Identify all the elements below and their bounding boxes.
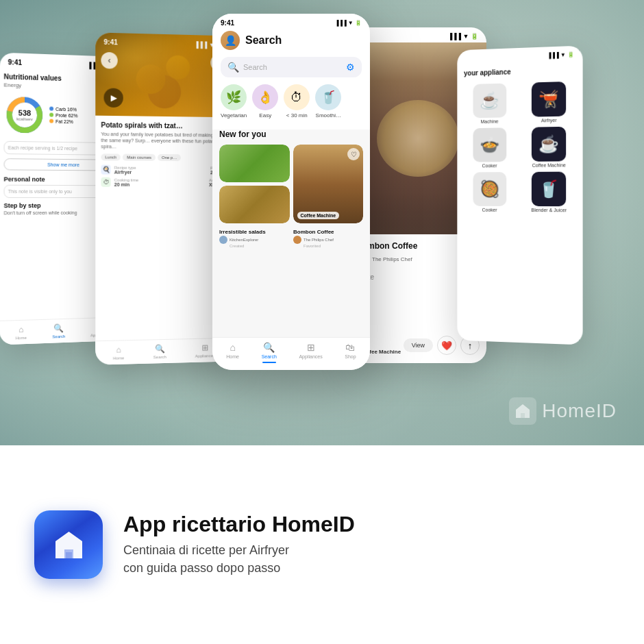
user-avatar: 👤 bbox=[221, 31, 240, 50]
calorie-value: 538 bbox=[16, 109, 33, 117]
smoothie-label: Smoothi… bbox=[316, 112, 341, 119]
recipe-tags: Lunch Main courses One p… bbox=[101, 154, 226, 162]
coffee-favorited: Favorited bbox=[304, 244, 363, 248]
appliance-item-machine[interactable]: ☕ Machine bbox=[462, 83, 517, 124]
vegetarian-icon: 🌿 bbox=[221, 84, 247, 110]
phones-showcase: 9:41 ▐▐▐▼🔋 Nutritional values Energy 538 bbox=[0, 0, 644, 445]
meta-cooking: ⏱ Cooking time 20 min Acces… XL do… bbox=[101, 177, 226, 187]
carb-dot bbox=[49, 107, 53, 111]
homeid-logo-watermark: HomeID bbox=[509, 397, 617, 425]
recipe-type-label: Recipe type bbox=[114, 165, 136, 169]
heart-coffee[interactable]: ♡ bbox=[347, 148, 360, 160]
salad-name: Irresistible salads bbox=[219, 229, 289, 235]
snav-shop-icon: 🛍 bbox=[345, 342, 355, 353]
search-icon-second: 🔍 bbox=[155, 344, 165, 354]
legend-protein: Prote 62% bbox=[49, 112, 77, 118]
home-icon: ⌂ bbox=[18, 325, 23, 334]
easy-icon: 👌 bbox=[252, 84, 278, 110]
tag-lunch: Lunch bbox=[101, 154, 121, 161]
appliance-item-airfryer[interactable]: 🫕 Airfryer bbox=[521, 82, 577, 123]
recipe-description: You and your family love potatoes but ti… bbox=[101, 131, 226, 151]
recipe-info-row: Irresistible salads KitchenExplorer Crea… bbox=[219, 229, 363, 248]
coffee-status: ▐▐▐ ▼ 🔋 bbox=[349, 27, 486, 42]
coffee-machine-name: Coffee Machine bbox=[532, 162, 566, 167]
status-time-center: 9:41 bbox=[221, 19, 234, 27]
recipe-title: Potato spirals with tzat… bbox=[101, 121, 226, 130]
search-bar[interactable]: 🔍 Search ⚙ bbox=[221, 57, 362, 77]
snav-shop[interactable]: 🛍 Shop bbox=[345, 342, 356, 363]
app-description: Centinaia di ricette per Airfryer con gu… bbox=[123, 542, 610, 576]
new-for-you-title: New for you bbox=[219, 129, 363, 139]
status-icons-center: ▐▐▐ ▼ 🔋 bbox=[335, 20, 362, 26]
right-recipe-col: Coffee Machine ♡ bbox=[293, 145, 364, 223]
pill-vegetarian[interactable]: 🌿 Vegetarian bbox=[221, 84, 247, 119]
pill-smoothie[interactable]: 🥤 Smoothi… bbox=[315, 84, 341, 119]
recipe-content: Potato spirals with tzat… You and your f… bbox=[95, 116, 232, 193]
recipe-type-icon: 🍳 bbox=[101, 165, 110, 175]
nav-search-second[interactable]: 🔍 Search bbox=[153, 344, 166, 359]
coffee-thumb[interactable]: Coffee Machine ♡ bbox=[293, 145, 364, 223]
cooking-label: Cooking time bbox=[114, 178, 138, 182]
salad-image-1 bbox=[219, 145, 290, 182]
coffee-author: The Philips Chef bbox=[293, 236, 363, 244]
home-icon-second: ⌂ bbox=[116, 345, 121, 354]
search-page-title: Search bbox=[245, 34, 282, 47]
back-button[interactable]: ‹ bbox=[101, 52, 117, 69]
snav-home-icon: ⌂ bbox=[230, 342, 235, 353]
homeid-svg-icon bbox=[513, 401, 532, 421]
status-time-second: 9:41 bbox=[103, 38, 117, 47]
salad-thumb-1[interactable] bbox=[219, 145, 290, 182]
tag-one: One p… bbox=[158, 154, 181, 161]
description-line1: Centinaia di ricette per Airfryer bbox=[123, 543, 289, 557]
coffee-info: Bombon Coffee The Philips Chef Favorited bbox=[293, 229, 363, 248]
appliance-item-coffee[interactable]: ☕ Coffee Machine bbox=[521, 127, 577, 168]
status-time-left: 9:41 bbox=[8, 58, 22, 66]
pill-30min[interactable]: ⏱ < 30 min bbox=[284, 84, 310, 119]
snav-appliances[interactable]: ⊞ Appliances bbox=[299, 342, 322, 363]
snav-search[interactable]: 🔍 Search bbox=[262, 342, 277, 363]
salad-thumb-2[interactable] bbox=[219, 186, 290, 223]
app-title: App ricettario HomeID bbox=[123, 512, 610, 536]
filter-icon[interactable]: ⚙ bbox=[346, 62, 355, 73]
app-icon-svg bbox=[50, 526, 88, 564]
pill-easy[interactable]: 👌 Easy bbox=[252, 84, 278, 119]
second-screen-nav: ⌂ Home 🔍 Search ⊞ Appliances bbox=[95, 338, 232, 365]
latte-art bbox=[377, 100, 459, 177]
recipe-type-value: Airfryer bbox=[114, 169, 136, 174]
homeid-icon-watermark bbox=[509, 397, 536, 425]
appliance-grid: ☕ Machine 🫕 Airfryer 🍲 Cooker ☕ Coffee M… bbox=[457, 81, 582, 218]
cooking-value: 20 min bbox=[114, 182, 138, 187]
search-placeholder: Search bbox=[243, 63, 342, 71]
app-icon-inner bbox=[50, 526, 88, 564]
view-button[interactable]: View bbox=[404, 338, 433, 352]
appliances-title: your appliance bbox=[464, 66, 575, 77]
nav-home-second[interactable]: ⌂ Home bbox=[113, 345, 124, 360]
appliance-item-blender[interactable]: 🥤 Blender & Juicer bbox=[521, 171, 577, 212]
smoothie-icon: 🥤 bbox=[315, 84, 341, 110]
homeid-text-watermark: HomeID bbox=[542, 400, 617, 422]
appliances-icon-second: ⊞ bbox=[201, 343, 208, 353]
category-pills: 🌿 Vegetarian 👌 Easy ⏱ < 30 min 🥤 Smoothi… bbox=[221, 84, 362, 119]
recipe-meta: 🍳 Recipe type Airfryer Preparati 20 min … bbox=[101, 165, 226, 188]
appliance-item-cooker[interactable]: 🍲 Cooker bbox=[462, 127, 517, 169]
appliance-item-cooker2[interactable]: 🥘 Cooker bbox=[462, 172, 517, 212]
legend-fat: Fat 22% bbox=[49, 119, 77, 124]
search-icon-center: 🔍 bbox=[227, 62, 239, 73]
cooking-icon: ⏱ bbox=[101, 177, 110, 187]
snav-home[interactable]: ⌂ Home bbox=[226, 342, 239, 363]
coffee-author-name: The Philips Chef bbox=[372, 256, 412, 262]
salad-created: Created bbox=[230, 244, 289, 248]
coffee-label-center: Coffee Machine bbox=[297, 212, 340, 219]
play-button[interactable]: ▶ bbox=[103, 88, 123, 108]
app-icon bbox=[34, 510, 103, 579]
nav-search-left[interactable]: 🔍 Search bbox=[52, 323, 65, 339]
blender-image: 🥤 bbox=[532, 172, 566, 207]
machine-name: Machine bbox=[481, 119, 499, 124]
donut-chart: 538 kcal/serv bbox=[4, 94, 46, 136]
airfryer-image: 🫕 bbox=[532, 82, 566, 117]
nav-home-left[interactable]: ⌂ Home bbox=[16, 325, 27, 340]
search-active-indicator bbox=[262, 362, 276, 363]
like-button[interactable]: ❤️ bbox=[437, 336, 456, 355]
left-recipe-col bbox=[219, 145, 290, 223]
coffee-recipe-name: Bombon Coffee bbox=[293, 229, 363, 235]
